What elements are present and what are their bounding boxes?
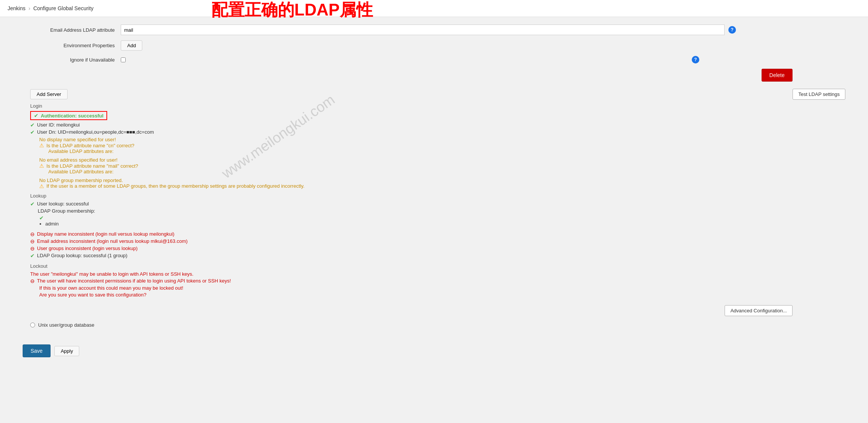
lockout-section: Lockout The user "meilongkui" may be una… [30,263,815,298]
ignore-unavailable-row: Ignore if Unavailable ? [15,56,815,63]
groups-inconsistent-row: ⊖ User groups inconsistent (login versus… [30,245,815,252]
user-dn-icon: ✔ [30,129,35,135]
email-inconsistent-text: Email address inconsistent (login null v… [37,238,188,244]
add-server-button[interactable]: Add Server [30,89,68,99]
lockout-line1: The user "meilongkui" may be unable to l… [30,271,815,277]
mail-warning-text: Is the LDAP attribute name "mail" correc… [46,163,138,169]
save-button[interactable]: Save [23,344,51,357]
group-success-icon: ✔ [39,215,44,221]
ldap-group-success-row: ✔ LDAP Group lookup: successful (1 group… [30,253,815,259]
lockout-row2: ⊖ The user will have inconsistent permis… [30,278,815,284]
email-ldap-input[interactable] [121,25,725,35]
lockout-line2: The user will have inconsistent permissi… [37,278,231,284]
advanced-config-button[interactable]: Advanced Configuration... [725,305,793,316]
user-id-icon: ✔ [30,122,35,128]
user-lookup-text: User lookup: successful [37,201,89,207]
login-section-title: Login [30,103,815,109]
ignore-help-icon[interactable]: ? [692,56,699,63]
add-server-section: Add Server 身份验证成功时反而无法读到 配置正确的LDAP属性 Tes… [30,89,815,99]
auth-success-box: ✔ Authentication: successful [30,111,107,120]
email-warning: No email address specified for user! ⚠ I… [39,157,815,174]
cn-warning-text: Is the LDAP attribute name "cn" correct? [46,143,134,148]
auth-success-text: Authentication: successful [41,113,103,119]
ignore-unavailable-label: Ignore if Unavailable [15,57,121,63]
delete-button[interactable]: Delete [762,69,793,82]
user-dn-text: User Dn: UID=meilongkui,ou=people,dc=■■■… [37,129,154,135]
mail-available-text: Available LDAP attributes are: [48,169,815,174]
auth-success-check-icon: ✔ [34,113,38,119]
apply-button[interactable]: Apply [54,346,80,356]
email-inconsistent-row: ⊖ Email address inconsistent (login null… [30,238,815,244]
cn-available-text: Available LDAP attributes are: [48,148,815,154]
test-ldap-button[interactable]: Test LDAP settings [793,89,845,100]
email-ldap-help-icon[interactable]: ? [728,26,736,34]
email-ldap-label: Email Address LDAP attribute [15,27,121,33]
login-section: Login ✔ Authentication: successful ✔ Use… [30,103,815,189]
unix-radio[interactable] [30,323,35,327]
bottom-bar: Save Apply [15,339,815,363]
env-props-add-button[interactable]: Add [121,40,142,51]
group-membership-row: LDAP Group membership: [30,208,815,214]
cn-warning-icon: ⚠ [39,142,44,148]
unix-label: Unix user/group database [38,322,94,328]
no-email-text: No email address specified for user! [39,157,815,163]
breadcrumb-jenkins[interactable]: Jenkins [8,5,25,11]
groups-inconsistent-text: User groups inconsistent (login versus l… [37,245,138,251]
mail-warning-icon: ⚠ [39,163,44,169]
ignore-unavailable-checkbox[interactable] [121,57,126,62]
env-props-row: Environment Properties Add [15,40,815,51]
lockout-error-icon: ⊖ [30,278,35,284]
ldap-group-success-text: LDAP Group lookup: successful (1 group) [37,253,128,258]
no-group-text: No LDAP group membership reported. [39,178,815,183]
email-ldap-row: Email Address LDAP attribute ? [15,25,815,35]
inconsistency-section: ⊖ Display name inconsistent (login null … [30,231,815,259]
user-id-text: User ID: meilongkui [37,122,80,128]
display-error-icon: ⊖ [30,231,35,237]
unix-row: Unix user/group database [30,322,815,328]
user-dn-row: ✔ User Dn: UID=meilongkui,ou=people,dc=■… [30,129,815,135]
breadcrumb: Jenkins › Configure Global Security [0,0,868,17]
email-error-icon: ⊖ [30,238,35,244]
group-warning-icon: ⚠ [39,183,44,189]
breadcrumb-separator: › [28,5,30,11]
breadcrumb-current: Configure Global Security [33,5,94,11]
lockout-line3: If this is your own account this could m… [39,285,815,291]
display-name-warning: No display name specified for user! ⚠ Is… [39,137,815,154]
no-display-name-text: No display name specified for user! [39,137,815,142]
group-membership-check: ✔ [39,215,815,221]
lookup-section-title: Lookup [30,193,815,199]
group-membership-text: LDAP Group membership: [38,208,95,214]
user-lookup-icon: ✔ [30,201,35,207]
group-warning-text: If the user is a member of some LDAP gro… [46,183,305,189]
user-id-row: ✔ User ID: meilongkui [30,122,815,128]
display-inconsistent-row: ⊖ Display name inconsistent (login null … [30,231,815,237]
lockout-line4: Are you sure you want to save this confi… [39,292,815,298]
group-list-item: admin [45,221,815,227]
lockout-section-title: Lockout [30,263,815,269]
display-inconsistent-text: Display name inconsistent (login null ve… [37,231,174,237]
groups-error-icon: ⊖ [30,245,35,252]
lookup-section: Lookup ✔ User lookup: successful LDAP Gr… [30,193,815,227]
group-list: admin [45,221,815,227]
env-props-label: Environment Properties [15,43,121,48]
ldap-group-success-icon: ✔ [30,253,35,259]
user-lookup-row: ✔ User lookup: successful [30,201,815,207]
group-warning: No LDAP group membership reported. ⚠ If … [39,178,815,189]
